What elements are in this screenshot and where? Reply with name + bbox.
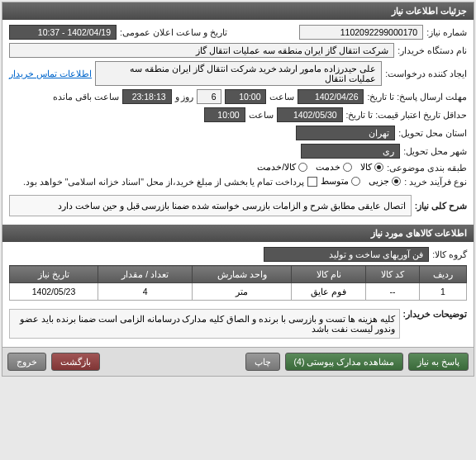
time-label-1: ساعت [269, 92, 294, 102]
radio-goods-service[interactable]: کالا/خدمت [257, 162, 307, 173]
goods-body: گروه کالا: فن آوریهای ساخت و تولید ردیف … [2, 242, 474, 347]
payment-checkbox[interactable] [307, 177, 317, 187]
city-label: شهر محل تحویل: [403, 146, 467, 156]
table-row[interactable]: 1 -- فوم عایق متر 4 1402/05/23 [10, 283, 467, 301]
group-label: گروه کالا: [432, 249, 467, 259]
panel-title: جزئیات اطلاعات نیاز [2, 2, 474, 20]
time-label-2: ساعت [249, 110, 274, 120]
respond-button[interactable]: پاسخ به نیاز [408, 353, 469, 371]
valid-label: حداقل تاریخ اعتبار قیمت: تا تاریخ: [346, 110, 467, 120]
days-label: روز و [175, 92, 194, 102]
button-bar: پاسخ به نیاز مشاهده مدارک پیوستی (4) چاپ… [2, 347, 474, 376]
cell-qty: 4 [98, 283, 193, 301]
radio-icon [298, 163, 307, 172]
creator-field: علی حیدرزاده مامور ارشد خرید شرکت انتقال… [95, 61, 382, 86]
radio-icon [392, 177, 401, 186]
announce-label: تاریخ و ساعت اعلان عمومی: [120, 27, 227, 37]
valid-time: 10:00 [204, 107, 245, 122]
radio-icon [343, 163, 352, 172]
buyer-note-label: توضیحات خریدار: [403, 306, 467, 319]
loc-label: استان محل تحویل: [398, 128, 467, 138]
cat-label: طبقه بندی موضوعی: [387, 163, 467, 173]
radio-service[interactable]: خدمت [316, 162, 352, 173]
buyer-note: کلیه هزینه ها تست و بازرسی با برنده و ال… [9, 309, 400, 339]
deadline-time: 10:00 [225, 89, 266, 104]
category-radios: کالا خدمت کالا/خدمت [257, 162, 383, 173]
radio-partial[interactable]: جزیی [369, 176, 401, 187]
col-code: کد کالا [366, 266, 419, 283]
cell-code: -- [366, 283, 419, 301]
process-label: نوع فرآیند خرید : [404, 177, 467, 187]
col-unit: واحد شمارش [193, 266, 292, 283]
days-field: 6 [197, 89, 221, 104]
contact-link[interactable]: اطلاعات تماس خریدار [9, 69, 92, 79]
exit-button[interactable]: خروج [7, 353, 46, 371]
desc-text: اتصال عایقی مطابق شرح و الزامات بازرسی خ… [9, 195, 412, 216]
print-button[interactable]: چاپ [245, 353, 280, 371]
col-qty: تعداد / مقدار [98, 266, 193, 283]
radio-goods[interactable]: کالا [360, 162, 383, 173]
deadline-label: مهلت ارسال پاسخ: تا تاریخ: [367, 92, 467, 102]
cell-name: فوم عایق [292, 283, 366, 301]
goods-table: ردیف کد کالا نام کالا واحد شمارش تعداد /… [9, 265, 467, 301]
col-date: تاریخ نیاز [10, 266, 98, 283]
col-name: نام کالا [292, 266, 366, 283]
payment-note: پرداخت تمام یا بخشی از مبلغ خرید،از محل … [23, 177, 304, 187]
back-button[interactable]: بازگشت [51, 353, 100, 371]
col-row: ردیف [419, 266, 466, 283]
table-header-row: ردیف کد کالا نام کالا واحد شمارش تعداد /… [10, 266, 467, 283]
group-field: فن آوریهای ساخت و تولید [264, 247, 429, 262]
cell-date: 1402/05/23 [10, 283, 98, 301]
loc-field: تهران [296, 126, 395, 140]
radio-icon [374, 163, 383, 172]
desc-label: شرح کلی نیاز: [415, 201, 467, 211]
valid-date: 1402/05/30 [277, 107, 343, 122]
creator-label: ایجاد کننده درخواست: [385, 69, 467, 78]
process-radios: جزیی متوسط [321, 176, 401, 187]
main-panel: جزئیات اطلاعات نیاز شماره نیاز: 11020922… [2, 2, 474, 377]
goods-header: اطلاعات کالاهای مورد نیاز [2, 225, 474, 242]
cell-row: 1 [419, 283, 466, 301]
radio-icon [351, 177, 360, 186]
attachments-button[interactable]: مشاهده مدارک پیوستی (4) [285, 353, 404, 371]
radio-low[interactable]: متوسط [321, 176, 360, 187]
details-body: شماره نیاز: 1102092299000170 تاریخ و ساع… [2, 20, 474, 225]
need-no-label: شماره نیاز: [426, 27, 467, 37]
deadline-date: 1402/04/26 [298, 89, 364, 104]
city-field: ری [301, 144, 400, 159]
need-no-field: 1102092299000170 [299, 25, 423, 40]
remain-suffix: ساعت باقی مانده [53, 92, 119, 102]
remain-time: 23:18:13 [122, 89, 172, 104]
buyer-field: شرکت انتقال گاز ایران منطقه سه عملیات ان… [9, 43, 394, 58]
cell-unit: متر [193, 283, 292, 301]
announce-field: 1402/04/19 - 10:37 [9, 25, 117, 40]
buyer-label: نام دستگاه خریدار: [397, 45, 467, 55]
